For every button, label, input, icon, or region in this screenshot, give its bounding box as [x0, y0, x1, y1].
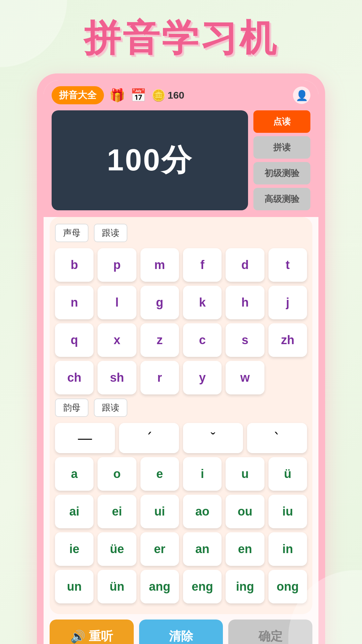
vowels-header: 韵母 跟读: [55, 398, 307, 417]
key-n[interactable]: n: [55, 286, 94, 319]
key-r[interactable]: r: [140, 361, 179, 394]
key-un[interactable]: un: [55, 570, 94, 603]
tone-2[interactable]: ˊ: [119, 423, 179, 453]
vowel-row-1: a o e i u ü: [55, 457, 307, 491]
key-u[interactable]: u: [226, 457, 264, 491]
key-e[interactable]: e: [140, 457, 179, 491]
score-display: 100分: [52, 110, 248, 210]
score-text: 100分: [107, 140, 193, 181]
consonant-row-3: q x z c s zh: [55, 323, 307, 357]
mode-btn-basic-test[interactable]: 初级测验: [253, 162, 310, 184]
key-v[interactable]: ü: [268, 457, 307, 491]
pinyin-badge[interactable]: 拼音大全: [52, 86, 104, 104]
key-a[interactable]: a: [55, 457, 94, 491]
mode-btn-spell[interactable]: 拼读: [253, 136, 310, 159]
mode-buttons: 点读 拼读 初级测验 高级测验: [253, 110, 310, 210]
bottom-buttons: 🔊 重听 清除 确定: [44, 614, 318, 644]
key-eng[interactable]: eng: [183, 570, 222, 603]
coin-amount: 160: [168, 90, 184, 101]
mode-btn-advanced-test[interactable]: 高级测验: [253, 188, 310, 210]
key-er[interactable]: er: [140, 532, 179, 566]
consonants-label[interactable]: 声母: [55, 224, 88, 242]
key-ai[interactable]: ai: [55, 495, 94, 528]
key-m[interactable]: m: [140, 248, 179, 282]
score-area: 100分 点读 拼读 初级测验 高级测验: [44, 110, 318, 217]
key-q[interactable]: q: [55, 323, 94, 357]
key-vn[interactable]: ün: [98, 570, 136, 603]
top-bar: 拼音大全 🎁 📅 🪙 160 👤: [44, 80, 318, 110]
coin-display: 🪙 160: [152, 89, 184, 102]
keyboard-area: 声母 跟读 b p m f d t n l g k h j: [50, 217, 312, 614]
key-ch[interactable]: ch: [55, 361, 94, 394]
mode-btn-read[interactable]: 点读: [253, 110, 310, 133]
consonant-row-1: b p m f d t: [55, 248, 307, 282]
key-iu[interactable]: iu: [268, 495, 307, 528]
tone-row: — ˊ ˇ ˋ: [55, 423, 307, 453]
clear-button[interactable]: 清除: [139, 620, 223, 644]
consonants-header: 声母 跟读: [55, 224, 307, 242]
coin-icon: 🪙: [152, 89, 166, 102]
key-c[interactable]: c: [183, 323, 222, 357]
key-an[interactable]: an: [183, 532, 222, 566]
key-ei[interactable]: ei: [98, 495, 136, 528]
consonants-follow[interactable]: 跟读: [94, 224, 127, 242]
key-f[interactable]: f: [183, 248, 222, 282]
key-sh[interactable]: sh: [98, 361, 136, 394]
key-b[interactable]: b: [55, 248, 94, 282]
key-en[interactable]: en: [226, 532, 264, 566]
phone-inner: 拼音大全 🎁 📅 🪙 160 👤 100分 点读 拼读 初级测验 高级测验: [44, 80, 318, 644]
vowel-row-4: un ün ang eng ing ong: [55, 570, 307, 603]
key-in[interactable]: in: [268, 532, 307, 566]
user-avatar[interactable]: 👤: [293, 87, 310, 104]
key-i[interactable]: i: [183, 457, 222, 491]
relisten-icon: 🔊: [70, 630, 85, 644]
key-j[interactable]: j: [268, 286, 307, 319]
key-t[interactable]: t: [268, 248, 307, 282]
key-h[interactable]: h: [226, 286, 264, 319]
consonant-row-4: ch sh r y w: [55, 361, 307, 394]
key-ve[interactable]: üe: [98, 532, 136, 566]
key-x[interactable]: x: [98, 323, 136, 357]
key-w[interactable]: w: [226, 361, 264, 394]
key-ing[interactable]: ing: [226, 570, 264, 603]
key-d[interactable]: d: [226, 248, 264, 282]
vowels-follow[interactable]: 跟读: [94, 398, 127, 417]
key-ie[interactable]: ie: [55, 532, 94, 566]
key-empty-1: [268, 361, 307, 394]
tone-3[interactable]: ˇ: [183, 423, 243, 453]
tone-1[interactable]: —: [55, 423, 115, 453]
key-y[interactable]: y: [183, 361, 222, 394]
consonant-row-2: n l g k h j: [55, 286, 307, 319]
key-p[interactable]: p: [98, 248, 136, 282]
key-l[interactable]: l: [98, 286, 136, 319]
vowel-row-2: ai ei ui ao ou iu: [55, 495, 307, 528]
key-g[interactable]: g: [140, 286, 179, 319]
key-ou[interactable]: ou: [226, 495, 264, 528]
vowels-label[interactable]: 韵母: [55, 398, 88, 417]
key-s[interactable]: s: [226, 323, 264, 357]
key-k[interactable]: k: [183, 286, 222, 319]
key-o[interactable]: o: [98, 457, 136, 491]
phone-frame: 拼音大全 🎁 📅 🪙 160 👤 100分 点读 拼读 初级测验 高级测验: [37, 73, 325, 644]
vowel-row-3: ie üe er an en in: [55, 532, 307, 566]
tone-4[interactable]: ˋ: [247, 423, 307, 453]
key-z[interactable]: z: [140, 323, 179, 357]
key-ao[interactable]: ao: [183, 495, 222, 528]
key-ui[interactable]: ui: [140, 495, 179, 528]
calendar-icon[interactable]: 📅: [130, 88, 146, 103]
gift-icon[interactable]: 🎁: [109, 88, 125, 103]
relisten-button[interactable]: 🔊 重听: [50, 620, 134, 644]
key-ang[interactable]: ang: [140, 570, 179, 603]
relisten-label: 重听: [89, 628, 113, 644]
key-zh[interactable]: zh: [268, 323, 307, 357]
